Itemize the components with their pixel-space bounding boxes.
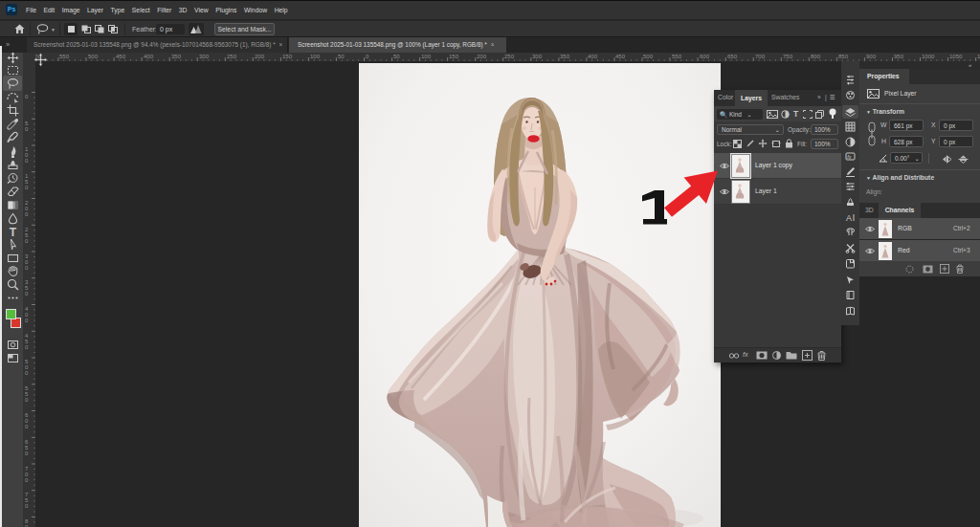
svg-text:A: A: [846, 213, 852, 223]
svg-text:T: T: [9, 226, 16, 238]
svg-text:fx: fx: [847, 154, 852, 160]
